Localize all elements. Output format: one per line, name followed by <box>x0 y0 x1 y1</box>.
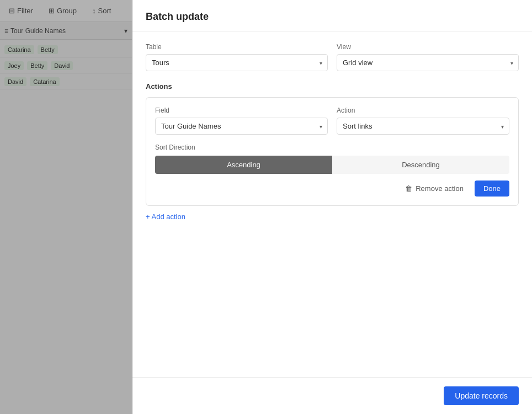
action-type-group: Action Sort links ▾ <box>337 107 509 135</box>
batch-update-modal: Batch update Table Tours ▾ View Grid vie… <box>132 0 532 414</box>
sort-direction-label: Sort Direction <box>155 144 509 151</box>
table-label: Table <box>146 43 328 51</box>
modal-body: Table Tours ▾ View Grid view ▾ <box>132 32 532 377</box>
action-card-footer: 🗑 Remove action Done <box>155 181 509 197</box>
action-card-row: Field Tour Guide Names ▾ Action Sort <box>155 107 509 135</box>
ascending-button[interactable]: Ascending <box>155 156 332 174</box>
action-field-label: Field <box>155 107 328 114</box>
sort-direction-buttons: Ascending Descending <box>155 156 509 174</box>
view-group: View Grid view ▾ <box>337 43 519 71</box>
view-select[interactable]: Grid view <box>337 54 519 71</box>
modal-header: Batch update <box>132 0 532 32</box>
remove-action-button[interactable]: 🗑 Remove action <box>400 181 469 196</box>
modal-title: Batch update <box>146 11 519 23</box>
view-label: View <box>337 43 519 51</box>
action-field-select-wrapper: Tour Guide Names ▾ <box>155 118 328 135</box>
actions-label: Actions <box>146 82 519 91</box>
table-select[interactable]: Tours <box>146 54 328 71</box>
add-action-label: + Add action <box>146 213 185 221</box>
remove-action-label: Remove action <box>416 184 464 193</box>
view-select-wrapper: Grid view ▾ <box>337 54 519 71</box>
table-select-wrapper: Tours ▾ <box>146 54 328 71</box>
action-type-select[interactable]: Sort links <box>337 118 509 135</box>
modal-footer: Update records <box>132 377 532 414</box>
table-group: Table Tours ▾ <box>146 43 328 71</box>
update-records-button[interactable]: Update records <box>444 386 519 405</box>
table-view-row: Table Tours ▾ View Grid view ▾ <box>146 43 519 71</box>
action-field-select[interactable]: Tour Guide Names <box>155 118 328 135</box>
action-type-select-wrapper: Sort links ▾ <box>337 118 509 135</box>
sort-direction-section: Sort Direction Ascending Descending <box>155 144 509 174</box>
descending-button[interactable]: Descending <box>332 156 509 174</box>
done-button[interactable]: Done <box>475 181 509 197</box>
trash-icon: 🗑 <box>405 184 412 193</box>
action-card: Field Tour Guide Names ▾ Action Sort <box>146 97 519 206</box>
action-field-group: Field Tour Guide Names ▾ <box>155 107 328 135</box>
add-action-link[interactable]: + Add action <box>146 213 185 221</box>
actions-section: Actions Field Tour Guide Names ▾ <box>146 82 519 221</box>
action-type-label: Action <box>337 107 509 114</box>
